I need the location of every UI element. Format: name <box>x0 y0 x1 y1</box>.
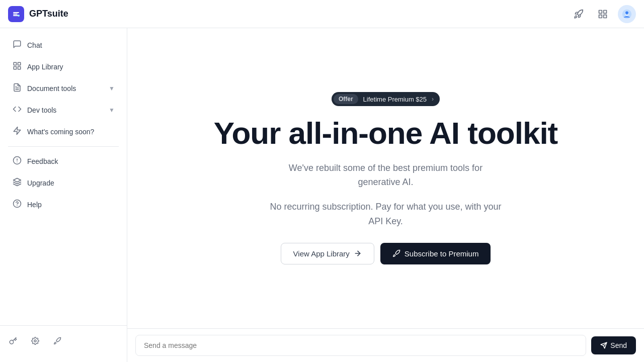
svg-rect-13 <box>18 67 21 69</box>
hero-subtitle-line2: generative AI. <box>358 177 413 187</box>
rocket-header-icon <box>574 9 584 19</box>
main-content: Offer Lifetime Premium $25 › Your all-in… <box>127 28 644 328</box>
subscribe-premium-button[interactable]: Subscribe to Premium <box>380 243 491 264</box>
avatar-button[interactable] <box>618 5 636 23</box>
svg-point-1 <box>18 15 20 17</box>
key-button[interactable] <box>4 332 22 350</box>
subscribe-premium-label: Subscribe to Premium <box>405 249 479 258</box>
header: GPTsuite <box>0 0 644 28</box>
subscribe-rocket-icon <box>392 249 400 257</box>
help-label: Help <box>27 201 42 209</box>
arrow-right-icon <box>354 249 362 257</box>
svg-rect-4 <box>599 15 602 18</box>
cta-buttons: View App Library Subscribe to Premium <box>281 243 491 264</box>
rocket-sidebar-icon <box>53 337 61 345</box>
sidebar-item-feedback[interactable]: Feedback <box>4 151 123 172</box>
dev-tools-icon <box>12 105 22 116</box>
document-tools-chevron: ▼ <box>109 85 115 92</box>
svg-rect-5 <box>604 15 607 18</box>
feedback-icon <box>12 156 22 167</box>
lightning-icon <box>12 126 22 137</box>
svg-point-22 <box>34 340 36 342</box>
dev-tools-chevron: ▼ <box>109 107 115 114</box>
chat-input[interactable] <box>135 335 586 356</box>
sidebar-item-dev-tools[interactable]: Dev tools ▼ <box>4 100 123 121</box>
sidebar-item-help[interactable]: Help <box>4 194 123 215</box>
sidebar-item-upgrade[interactable]: Upgrade <box>4 172 123 194</box>
view-app-library-label: View App Library <box>293 249 350 258</box>
send-icon <box>600 342 607 349</box>
key-icon <box>9 337 17 345</box>
whats-coming-label: What's coming soon? <box>27 128 94 136</box>
sidebar-item-document-tools[interactable]: Document tools ▼ <box>4 78 123 99</box>
sidebar-nav: Chat App Library <box>0 34 127 325</box>
offer-chevron-icon: › <box>432 96 434 103</box>
content-area: Offer Lifetime Premium $25 › Your all-in… <box>127 28 644 362</box>
app-title: GPTsuite <box>29 9 68 19</box>
send-label: Send <box>610 341 627 349</box>
hero-body-line2: API Key. <box>368 216 403 226</box>
hero-body: No recurring subscription. Pay for what … <box>270 200 501 229</box>
document-tools-label: Document tools <box>27 84 76 93</box>
logo-icon <box>8 6 24 22</box>
chat-input-area: Send <box>127 328 644 362</box>
svg-rect-10 <box>14 62 16 65</box>
sidebar-item-whats-coming[interactable]: What's coming soon? <box>4 121 123 142</box>
settings-button[interactable] <box>26 332 44 350</box>
svg-rect-2 <box>599 10 602 13</box>
grid-header-icon <box>598 9 608 19</box>
offer-badge: Offer <box>334 94 358 104</box>
offer-banner[interactable]: Offer Lifetime Premium $25 › <box>332 92 440 106</box>
svg-marker-16 <box>14 127 21 135</box>
avatar-icon <box>622 9 632 19</box>
help-icon <box>12 199 22 210</box>
svg-point-8 <box>625 14 626 14</box>
sidebar-item-app-library[interactable]: App Library <box>4 56 123 77</box>
main-layout: Chat App Library <box>0 28 644 362</box>
sidebar-footer <box>0 325 127 356</box>
svg-point-9 <box>628 14 628 14</box>
chat-icon <box>12 40 22 51</box>
app-library-icon <box>12 61 22 72</box>
sidebar: Chat App Library <box>0 28 127 362</box>
rocket-sidebar-button[interactable] <box>48 332 66 350</box>
hero-body-line1: No recurring subscription. Pay for what … <box>270 202 501 212</box>
chat-label: Chat <box>27 41 42 49</box>
sidebar-item-chat[interactable]: Chat <box>4 35 123 56</box>
offer-text: Lifetime Premium $25 <box>363 96 427 103</box>
upgrade-label: Upgrade <box>27 179 54 187</box>
header-left: GPTsuite <box>8 6 68 22</box>
app-library-label: App Library <box>27 63 63 71</box>
rocket-header-button[interactable] <box>570 5 588 23</box>
svg-rect-11 <box>18 62 21 65</box>
grid-header-button[interactable] <box>594 5 612 23</box>
svg-rect-3 <box>604 10 607 13</box>
feedback-label: Feedback <box>27 157 58 165</box>
document-tools-icon <box>12 83 22 94</box>
dev-tools-label: Dev tools <box>27 106 56 114</box>
upgrade-icon <box>12 177 22 189</box>
hero-subtitle-line1: We've rebuilt some of the best premium t… <box>289 163 482 173</box>
hero-subtitle: We've rebuilt some of the best premium t… <box>289 161 482 190</box>
send-button[interactable]: Send <box>591 336 636 354</box>
view-app-library-button[interactable]: View App Library <box>281 243 374 264</box>
header-right <box>570 5 636 23</box>
settings-icon <box>31 337 39 345</box>
hero-title: Your all-in-one AI toolkit <box>214 116 558 150</box>
sidebar-divider <box>8 146 119 147</box>
svg-rect-12 <box>14 67 16 69</box>
